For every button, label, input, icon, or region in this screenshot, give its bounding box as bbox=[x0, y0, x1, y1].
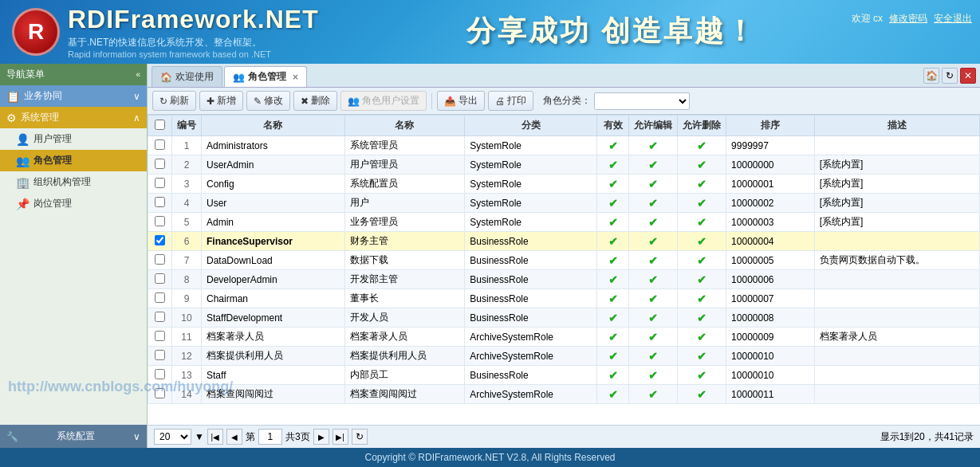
edit-label: 修改 bbox=[264, 94, 283, 108]
table-row[interactable]: 2 UserAdmin 用户管理员 SystemRole ✔ ✔ ✔ 10000… bbox=[148, 155, 980, 175]
row-checkbox[interactable] bbox=[155, 331, 165, 341]
table-row[interactable]: 11 档案著录人员 档案著录人员 ArchiveSystemRole ✔ ✔ ✔… bbox=[148, 328, 980, 347]
table-row[interactable]: 5 Admin 业务管理员 SystemRole ✔ ✔ ✔ 10000003 … bbox=[148, 213, 980, 232]
row-checkbox[interactable] bbox=[155, 388, 165, 398]
edit-button[interactable]: ✎ 修改 bbox=[246, 91, 290, 111]
cell-type: BusinessRole bbox=[465, 308, 597, 328]
editable-check-icon: ✔ bbox=[648, 388, 658, 401]
cell-name: 财务主管 bbox=[344, 232, 465, 251]
prev-page-btn[interactable]: ◀ bbox=[226, 429, 242, 445]
delete-button[interactable]: ✖ 删除 bbox=[293, 91, 337, 111]
pagination-refresh-btn[interactable]: ↻ bbox=[352, 429, 368, 445]
row-checkbox[interactable] bbox=[155, 254, 165, 265]
row-checkbox[interactable] bbox=[155, 216, 165, 226]
print-label: 打印 bbox=[507, 94, 526, 108]
cell-num: 12 bbox=[172, 347, 202, 366]
sidebar-section-header-business[interactable]: 📋 业务协同 ∨ bbox=[0, 85, 147, 107]
row-checkbox[interactable] bbox=[155, 312, 165, 322]
row-checkbox[interactable] bbox=[155, 197, 165, 207]
cell-name: 开发部主管 bbox=[344, 270, 465, 289]
pagination-left: 20 50 100 ▼ |◀ ◀ 第 共3页 ▶ ▶| ↻ bbox=[154, 429, 368, 445]
table-row[interactable]: 8 DeveloperAdmin 开发部主管 BusinessRole ✔ ✔ … bbox=[148, 270, 980, 289]
row-checkbox[interactable] bbox=[155, 235, 165, 245]
row-checkbox[interactable] bbox=[155, 159, 165, 169]
refresh-button[interactable]: ↻ 刷新 bbox=[152, 91, 196, 111]
table-row[interactable]: 7 DataDownLoad 数据下载 BusinessRole ✔ ✔ ✔ 1… bbox=[148, 251, 980, 270]
row-checkbox[interactable] bbox=[155, 178, 165, 188]
cell-deletable: ✔ bbox=[678, 194, 726, 213]
cell-valid: ✔ bbox=[597, 251, 629, 270]
editable-check-icon: ✔ bbox=[648, 139, 658, 152]
table-row[interactable]: 1 Administrators 系统管理员 SystemRole ✔ ✔ ✔ … bbox=[148, 136, 980, 155]
print-icon: 🖨 bbox=[495, 96, 505, 107]
row-checkbox[interactable] bbox=[155, 139, 165, 150]
last-page-btn[interactable]: ▶| bbox=[333, 429, 348, 445]
sidebar-item-role-mgmt[interactable]: 👥 角色管理 bbox=[0, 150, 147, 171]
cell-num: 8 bbox=[172, 270, 202, 289]
tab-welcome[interactable]: 🏠 欢迎使用 bbox=[152, 66, 222, 87]
editable-check-icon: ✔ bbox=[648, 273, 658, 286]
col-name: 名称 bbox=[344, 116, 465, 136]
sidebar-nav-header: 导航菜单 « bbox=[0, 64, 147, 85]
first-page-btn[interactable]: |◀ bbox=[207, 429, 223, 445]
select-all-checkbox[interactable] bbox=[155, 120, 165, 130]
row-checkbox[interactable] bbox=[155, 369, 165, 379]
table-row[interactable]: 10 StaffDevelopment 开发人员 BusinessRole ✔ … bbox=[148, 308, 980, 328]
close-tab-btn[interactable]: ✕ bbox=[960, 68, 976, 84]
role-user-icon: 👥 bbox=[348, 96, 360, 107]
page-number-input[interactable] bbox=[258, 429, 282, 445]
row-checkbox[interactable] bbox=[155, 350, 165, 360]
sidebar-item-org-mgmt[interactable]: 🏢 组织机构管理 bbox=[0, 171, 147, 193]
home-btn[interactable]: 🏠 bbox=[923, 68, 939, 84]
page-size-select[interactable]: 20 50 100 bbox=[154, 429, 191, 445]
deletable-check-icon: ✔ bbox=[697, 178, 706, 190]
cell-type: SystemRole bbox=[465, 213, 597, 232]
cell-editable: ✔ bbox=[629, 175, 678, 194]
cell-desc bbox=[814, 270, 979, 289]
valid-check-icon: ✔ bbox=[608, 159, 618, 171]
deletable-check-icon: ✔ bbox=[697, 350, 706, 363]
print-button[interactable]: 🖨 打印 bbox=[488, 91, 533, 111]
system-config-chevron: ∨ bbox=[133, 431, 140, 442]
row-checkbox[interactable] bbox=[155, 273, 165, 284]
delete-icon: ✖ bbox=[301, 96, 309, 107]
cell-type: SystemRole bbox=[465, 136, 597, 155]
refresh-tab-btn[interactable]: ↻ bbox=[942, 68, 958, 84]
table-row[interactable]: 4 User 用户 SystemRole ✔ ✔ ✔ 10000002 [系统内… bbox=[148, 194, 980, 213]
cell-valid: ✔ bbox=[597, 175, 629, 194]
cell-num: 11 bbox=[172, 328, 202, 347]
cell-valid: ✔ bbox=[597, 136, 629, 155]
change-password-link[interactable]: 修改密码 bbox=[889, 12, 927, 26]
row-checkbox[interactable] bbox=[155, 292, 165, 303]
logo: R bbox=[8, 4, 64, 60]
user-mgmt-label: 用户管理 bbox=[33, 132, 72, 146]
next-page-btn[interactable]: ▶ bbox=[313, 429, 329, 445]
export-button[interactable]: 📤 导出 bbox=[437, 91, 485, 111]
table-row[interactable]: 6 FinanceSupervisor 财务主管 BusinessRole ✔ … bbox=[148, 232, 980, 251]
add-icon: ✚ bbox=[207, 96, 214, 107]
table-row[interactable]: 12 档案提供利用人员 档案提供利用人员 ArchiveSystemRole ✔… bbox=[148, 347, 980, 366]
sidebar-section-header-system[interactable]: ⚙ 系统管理 ∧ bbox=[0, 107, 147, 128]
table-row[interactable]: 3 Config 系统配置员 SystemRole ✔ ✔ ✔ 10000001… bbox=[148, 175, 980, 194]
category-select[interactable] bbox=[594, 92, 690, 110]
col-num: 编号 bbox=[172, 116, 202, 136]
tab-role-mgmt[interactable]: 👥 角色管理 × bbox=[224, 66, 307, 87]
table-row[interactable]: 9 Chairman 董事长 BusinessRole ✔ ✔ ✔ 100000… bbox=[148, 289, 980, 308]
role-user-button[interactable]: 👥 角色用户设置 bbox=[340, 91, 427, 111]
add-button[interactable]: ✚ 新增 bbox=[199, 91, 243, 111]
sidebar-system-config[interactable]: 🔧 系统配置 ∨ bbox=[0, 425, 147, 448]
system-config-label: 系统配置 bbox=[57, 430, 95, 443]
logout-link[interactable]: 安全退出 bbox=[934, 12, 972, 26]
sidebar-item-post-mgmt[interactable]: 📌 岗位管理 bbox=[0, 193, 147, 214]
sidebar-item-user-mgmt[interactable]: 👤 用户管理 bbox=[0, 128, 147, 150]
cell-num: 10 bbox=[172, 308, 202, 328]
cell-valid: ✔ bbox=[597, 347, 629, 366]
valid-check-icon: ✔ bbox=[608, 312, 618, 324]
table-row[interactable]: 13 Staff 内部员工 BusinessRole ✔ ✔ ✔ 1000001… bbox=[148, 366, 980, 385]
header-user: 欢迎 cx 修改密码 安全退出 bbox=[852, 12, 972, 26]
cell-deletable: ✔ bbox=[678, 328, 726, 347]
editable-check-icon: ✔ bbox=[648, 350, 658, 363]
tab-role-close[interactable]: × bbox=[293, 72, 298, 83]
table-row[interactable]: 14 档案查阅闯阅过 档案查阅闯阅过 ArchiveSystemRole ✔ ✔… bbox=[148, 385, 980, 404]
cell-checkbox bbox=[148, 385, 172, 404]
